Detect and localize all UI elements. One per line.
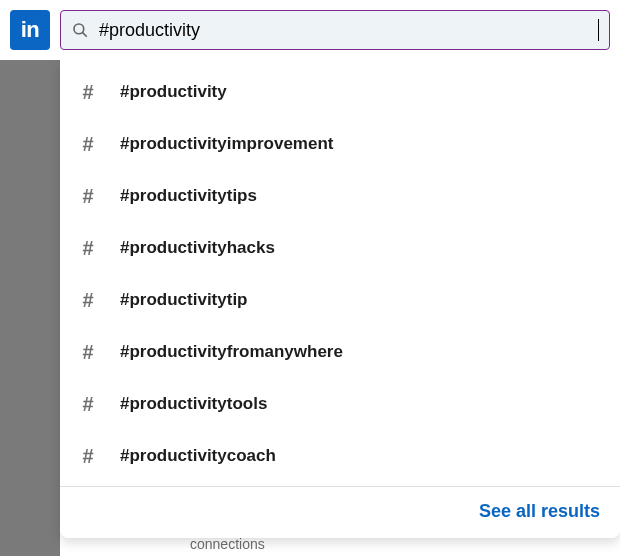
suggestion-item[interactable]: ##productivityimprovement [60,118,620,170]
suggestion-item[interactable]: ##productivityhacks [60,222,620,274]
suggestion-item[interactable]: ##productivitytips [60,170,620,222]
suggestion-label: #productivitytip [120,290,248,310]
search-input[interactable] [99,20,599,41]
search-suggestions-dropdown: ##productivity##productivityimprovement#… [60,60,620,538]
suggestion-label: #productivity [120,82,227,102]
svg-line-1 [83,33,87,37]
hashtag-icon: # [78,185,98,208]
suggestion-item[interactable]: ##productivitytip [60,274,620,326]
suggestion-label: #productivitytips [120,186,257,206]
suggestion-label: #productivityimprovement [120,134,334,154]
hashtag-icon: # [78,341,98,364]
hashtag-icon: # [78,393,98,416]
suggestion-label: #productivitytools [120,394,267,414]
hashtag-icon: # [78,81,98,104]
search-icon [71,21,89,39]
suggestion-item[interactable]: ##productivitycoach [60,430,620,482]
top-header: in [0,0,620,60]
linkedin-logo-text: in [21,17,40,43]
suggestion-item[interactable]: ##productivitytools [60,378,620,430]
hashtag-icon: # [78,289,98,312]
hashtag-icon: # [78,445,98,468]
suggestion-label: #productivitycoach [120,446,276,466]
text-caret [598,19,599,41]
suggestion-item[interactable]: ##productivityfromanywhere [60,326,620,378]
background-text: connections [190,536,265,552]
linkedin-logo[interactable]: in [10,10,50,50]
search-box[interactable] [60,10,610,50]
hashtag-icon: # [78,237,98,260]
suggestion-label: #productivityhacks [120,238,275,258]
suggestion-item[interactable]: ##productivity [60,66,620,118]
hashtag-icon: # [78,133,98,156]
see-all-results-link[interactable]: See all results [60,487,620,538]
search-container [60,10,610,50]
suggestion-label: #productivityfromanywhere [120,342,343,362]
svg-point-0 [74,24,84,34]
sidebar-background [0,60,60,556]
